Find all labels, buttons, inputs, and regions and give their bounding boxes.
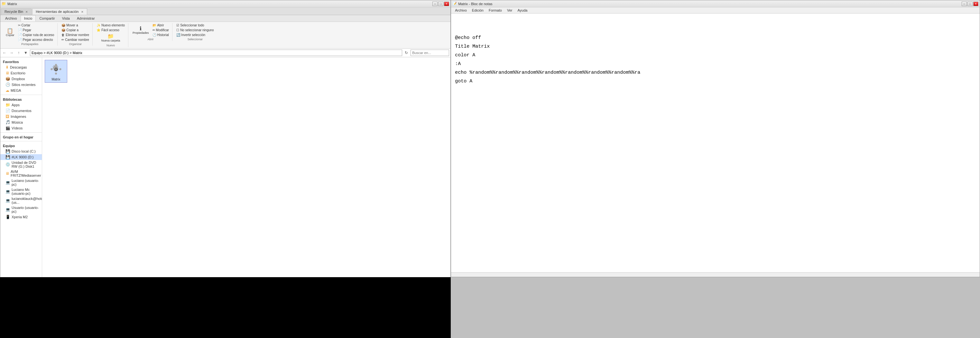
properties-button[interactable]: ℹ Propiedades (131, 25, 151, 35)
notepad-content[interactable]: @echo off Title Matrix color A :A echo %… (451, 14, 980, 272)
modify-button[interactable]: ✏ Modificar (151, 28, 170, 32)
notepad-close-button[interactable]: ✕ (973, 2, 978, 6)
history-icon: 🕐 (153, 33, 156, 37)
close-button[interactable]: ✕ (444, 2, 449, 6)
history-button[interactable]: 🕐 Historial (151, 33, 170, 37)
sidebar-item-luciano[interactable]: 💻 Luciano (usuario-pc) (0, 178, 42, 187)
recent-icon: ▼ (24, 51, 28, 55)
ribbon-tab-archivo[interactable]: Archivo (2, 15, 21, 22)
organizar-label: Organizar (69, 43, 82, 46)
tab-tools[interactable]: Herramientas de aplicación ✕ (32, 8, 87, 15)
copy-path-button[interactable]: 📄 Copiar ruta de acceso (17, 33, 56, 37)
select-none-button[interactable]: ☐ No seleccionar ninguno (175, 28, 215, 32)
invert-selection-button[interactable]: 🔄 Invertir selección (175, 33, 215, 37)
sidebar-item-descargas[interactable]: ⬇ Descargas (0, 64, 42, 70)
minimize-button[interactable]: ─ (433, 2, 438, 6)
sidebar-item-imagenes[interactable]: 🖼 Imágenes (0, 114, 42, 120)
sidebar-item-videos[interactable]: 🎬 Vídeos (0, 125, 42, 131)
sidebar-item-musica[interactable]: 🎵 Música (0, 120, 42, 125)
file-label-matrix: Matrix (51, 78, 60, 81)
new-item-button[interactable]: ✨ Nuevo elemento (95, 23, 126, 27)
copy-to-icon: 📦 (62, 28, 65, 32)
easy-access-button[interactable]: ⭐ Fácil acceso (95, 28, 126, 32)
sidebar-item-documentos[interactable]: 📄 Documentos (0, 108, 42, 114)
paste-button[interactable]: 📋 Copiar (4, 27, 16, 38)
back-button[interactable]: ← (2, 50, 7, 56)
copy-path-icon: 📄 (18, 33, 22, 37)
notepad-maximize-button[interactable]: □ (967, 2, 973, 6)
notepad-minimize-button[interactable]: ─ (962, 2, 967, 6)
sidebar-item-dropbox[interactable]: 📦 Dropbox (0, 76, 42, 82)
tab-tools-close[interactable]: ✕ (81, 10, 84, 14)
tab-recycle[interactable]: Recycle Bin ✕ (1, 8, 32, 15)
file-item-matrix[interactable]: Matrix (45, 60, 67, 83)
ribbon-tab-compartir[interactable]: Compartir (36, 15, 58, 22)
group-seleccionar: ☑ Seleccionar todo ☐ No seleccionar ning… (173, 23, 217, 41)
new-folder-button[interactable]: 📁 Nueva carpeta (95, 33, 126, 43)
sidebar-item-apps[interactable]: 📁 Apps (0, 102, 42, 108)
forward-button[interactable]: → (9, 50, 14, 56)
notepad-menu-edicion[interactable]: Edición (469, 8, 486, 13)
sidebar-item-luciano-mc[interactable]: 💻 Luciano Mc (usuario-pc) (0, 187, 42, 196)
ribbon-tab-administrar[interactable]: Administrar (73, 15, 99, 22)
up-button[interactable]: ↑ (16, 50, 22, 56)
sidebar-item-dvd[interactable]: 💿 Unidad de DVD RW (G:) Disk1 (0, 160, 42, 169)
sidebar-item-xperia[interactable]: 📱 Xperia M2 (0, 214, 42, 220)
sidebar-item-lk9000[interactable]: 💾 #LK 9000 (D:) (0, 154, 42, 160)
tab-recycle-close[interactable]: ✕ (25, 10, 28, 14)
nuevo-label: Nuevo (107, 44, 115, 47)
sidebar-item-escritorio[interactable]: 🖥 Escritorio (0, 70, 42, 76)
ribbon-tab-inicio[interactable]: Inicio (21, 15, 36, 22)
fritz-icon: 🖥 (5, 171, 10, 176)
cut-button[interactable]: 📄 Pegar (17, 28, 56, 32)
desktop-icon: 🖥 (5, 71, 10, 75)
maximize-button[interactable]: □ (438, 2, 443, 6)
notepad-menu-ayuda[interactable]: Ayuda (515, 8, 530, 13)
sidebar-item-fritz[interactable]: 🖥 AVM FRITZ!Mediaserver (0, 169, 42, 178)
sidebar-item-mega[interactable]: ☁ MEGA (0, 88, 42, 93)
ribbon-tab-vista[interactable]: Vista (59, 15, 73, 22)
mega-icon: ☁ (5, 88, 10, 93)
explorer-title-label: Matrix (7, 2, 17, 6)
notepad-scrollbar[interactable] (451, 272, 980, 277)
ribbon: Archivo Inicio Compartir Vista Administr… (0, 15, 450, 49)
open-button[interactable]: 📂 Abrir (151, 23, 170, 27)
copy-to-button[interactable]: 📦 Copiar a (60, 28, 91, 32)
rename-button[interactable]: ✏ Cambiar nombre (60, 38, 91, 42)
group-abrir: ℹ Propiedades 📂 Abrir ✏ Modificar (129, 23, 172, 41)
notepad-menu-formato[interactable]: Formato (486, 8, 504, 13)
delete-button[interactable]: 🗑 Eliminar nombre (60, 33, 91, 37)
notepad-menu-archivo[interactable]: Archivo (452, 8, 469, 13)
address-input[interactable] (30, 49, 402, 56)
properties-icon: ℹ (140, 26, 142, 31)
lk9000-icon: 💾 (5, 155, 10, 159)
paste-shortcut-icon: 📄 (18, 38, 22, 41)
move-button[interactable]: 📦 Mover a (60, 23, 91, 27)
xperia-icon: 📱 (5, 215, 10, 219)
invert-icon: 🔄 (176, 33, 180, 37)
copy-icon: ✂ (18, 24, 21, 27)
hogar-label: Grupo en el hogar (0, 134, 42, 140)
select-all-button[interactable]: ☑ Seleccionar todo (175, 23, 215, 27)
sidebar-item-label: Documentos (11, 109, 32, 113)
notepad-title-bar: 📝 Matrix - Bloc de notas ─ □ ✕ (451, 0, 980, 7)
paste-shortcut-button[interactable]: 📄 Pegar acceso directo (17, 38, 56, 42)
portapapeles-label: Portapapeles (21, 43, 38, 46)
sidebar-item-label: AVM FRITZ!Mediaserver (11, 170, 41, 177)
copy-button[interactable]: ✂ Cortar (17, 23, 56, 27)
refresh-button[interactable]: ↻ (404, 50, 409, 56)
sidebar-item-hotmail[interactable]: 💻 lucianoklauck@hotmail.com (us... (0, 196, 42, 205)
search-input[interactable] (410, 49, 449, 56)
sidebar-item-usuario[interactable]: 💻 Usuario (usuario-pc) (0, 205, 42, 214)
notepad-window: 📝 Matrix - Bloc de notas ─ □ ✕ Archivo E… (451, 0, 980, 277)
sidebar-item-recientes[interactable]: 🕒 Sitios recientes (0, 82, 42, 88)
notepad-icon: 📝 (452, 2, 457, 6)
recent-button[interactable]: ▼ (23, 50, 29, 56)
explorer-title-bar: 📁 Matrix ─ □ ✕ (0, 0, 450, 7)
sidebar-item-label: Sitios recientes (11, 83, 36, 86)
notepad-menu-ver[interactable]: Ver (504, 8, 515, 13)
sidebar-item-label: Luciano Mc (usuario-pc) (11, 188, 41, 195)
sidebar-item-disco[interactable]: 💾 Disco local (C:) (0, 148, 42, 154)
group-nuevo: ✨ Nuevo elemento ⭐ Fácil acceso 📁 Nueva … (93, 23, 128, 47)
notepad-text: @echo off Title Matrix color A :A echo %… (455, 33, 976, 86)
